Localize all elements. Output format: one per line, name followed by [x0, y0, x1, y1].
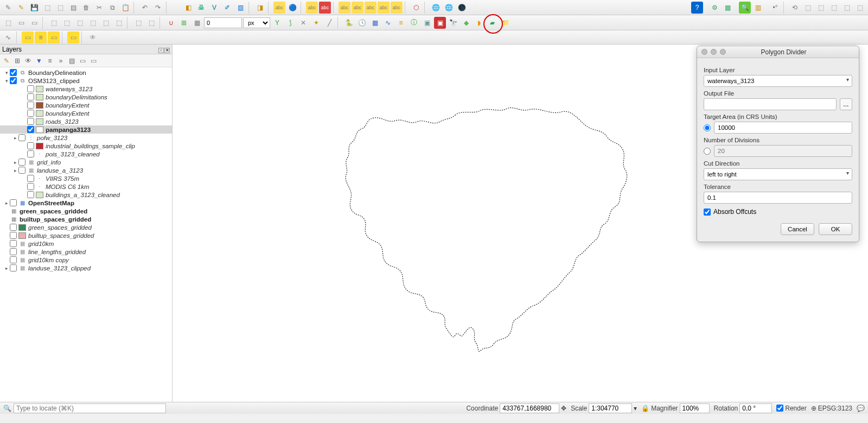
layer-checkbox[interactable] — [27, 175, 34, 182]
render-checkbox[interactable] — [776, 405, 783, 412]
expand-icon[interactable]: ▸ — [12, 160, 18, 165]
layer-checkbox[interactable] — [10, 224, 17, 231]
binoculars-icon[interactable]: 🔭 — [447, 17, 459, 29]
traffic-lights[interactable] — [697, 49, 730, 55]
layer-checkbox[interactable] — [27, 126, 34, 133]
coord-input[interactable] — [500, 403, 559, 413]
absorb-checkbox[interactable] — [704, 209, 711, 216]
striped-icon[interactable]: ≡ — [395, 17, 407, 29]
dialog-titlebar[interactable]: Polygon Divider — [697, 46, 859, 58]
node-icon[interactable]: •° — [769, 2, 781, 14]
layer-checkbox[interactable] — [10, 264, 17, 272]
layer-row[interactable]: ·VIIRS 375m — [0, 174, 172, 182]
rot-input[interactable] — [739, 403, 772, 413]
collapse-icon[interactable]: ▤ — [67, 56, 76, 65]
vector-icon[interactable]: V — [208, 2, 220, 14]
cut-direction-select[interactable]: left to right — [704, 168, 852, 180]
add-group-icon[interactable]: ⊞ — [13, 56, 22, 65]
expand-icon[interactable]: » — [56, 56, 65, 65]
expand-icon[interactable]: ▾ — [3, 70, 10, 75]
layer-checkbox[interactable] — [27, 110, 34, 117]
extent-icon[interactable]: ▣ — [421, 17, 433, 29]
label7-icon[interactable]: abc — [378, 2, 390, 14]
cloud-icon[interactable]: ∿ — [382, 17, 394, 29]
t2j-icon[interactable]: ⬚ — [132, 17, 144, 29]
red-box-icon[interactable]: ▣ — [434, 17, 446, 29]
layer-checkbox[interactable] — [10, 256, 17, 263]
mag-input[interactable] — [680, 403, 710, 413]
chart-icon[interactable]: ▥ — [234, 2, 246, 14]
tool-b-icon[interactable]: ⬚ — [815, 2, 827, 14]
layers-tree[interactable]: ▾⧉BoundaryDelineation▾⧉OSM3123_clippedwa… — [0, 67, 172, 402]
t2k-icon[interactable]: ⬚ — [145, 17, 157, 29]
grid-icon[interactable]: ▦ — [191, 17, 203, 29]
delete-icon[interactable]: 🗑 — [80, 2, 92, 14]
crs-icon[interactable]: ⊕ — [811, 405, 816, 412]
help-icon[interactable]: ? — [691, 2, 703, 14]
undo-icon[interactable]: ↶ — [139, 2, 151, 14]
trace-icon[interactable]: ⟆ — [284, 17, 296, 29]
edit-icon[interactable]: ✎ — [15, 2, 27, 14]
table-icon[interactable]: ▦ — [369, 17, 381, 29]
layer-row[interactable]: boundaryExtent — [0, 101, 172, 109]
label2-icon[interactable]: abc — [306, 2, 318, 14]
globe2-icon[interactable]: 🌐 — [443, 2, 455, 14]
deselect-icon[interactable]: ▭ — [48, 31, 60, 43]
layer-checkbox[interactable] — [27, 102, 34, 109]
avoid-icon[interactable]: ✕ — [297, 17, 309, 29]
line-icon[interactable]: ╱ — [323, 17, 335, 29]
layer-checkbox[interactable] — [27, 142, 34, 149]
history-icon[interactable]: 🕓 — [356, 17, 368, 29]
layer-checkbox[interactable] — [18, 167, 25, 174]
layer-row[interactable]: waterways_3123 — [0, 85, 172, 93]
browse-button[interactable]: ... — [840, 98, 852, 110]
t2h-icon[interactable]: ⬚ — [100, 17, 112, 29]
osm-icon[interactable]: ▥ — [752, 2, 764, 14]
layer-action-icon[interactable]: ▭ — [89, 56, 98, 65]
messages-icon[interactable]: 💬 — [857, 405, 865, 412]
expand-icon[interactable]: ▸ — [3, 266, 10, 271]
box-icon[interactable]: ◧ — [182, 2, 194, 14]
tolerance-input[interactable] — [704, 192, 852, 204]
map-canvas[interactable]: Polygon Divider Input Layer waterways_31… — [173, 45, 868, 402]
layer-checkbox[interactable] — [10, 232, 17, 239]
label3-icon[interactable]: abc — [319, 2, 331, 14]
globe-dark-icon[interactable]: 🌑 — [456, 2, 468, 14]
layer-checkbox[interactable] — [10, 69, 17, 76]
output-file-input[interactable] — [704, 98, 837, 110]
t2f-icon[interactable]: ⬚ — [74, 17, 86, 29]
layer-checkbox[interactable] — [10, 77, 17, 84]
reshape-icon[interactable]: ⟲ — [789, 2, 801, 14]
layer-row[interactable]: roads_3123 — [0, 117, 172, 125]
search-green-icon[interactable]: 🔍 — [739, 2, 751, 14]
print-icon[interactable]: 🖶 — [195, 2, 207, 14]
magnet-icon[interactable]: ∪ — [165, 17, 177, 29]
layer-row[interactable]: boundaryExtent — [0, 109, 172, 117]
layer-icon[interactable]: ◨ — [254, 2, 266, 14]
globe-icon[interactable]: 🌐 — [430, 2, 442, 14]
snap-unit-select[interactable]: px — [243, 17, 270, 28]
layer-row[interactable]: ▾⧉BoundaryDelineation — [0, 68, 172, 77]
layer-checkbox[interactable] — [27, 85, 34, 92]
legend-icon[interactable]: ≡ — [46, 56, 54, 65]
layer-checkbox[interactable] — [27, 118, 34, 125]
label-icon[interactable]: abc — [273, 2, 285, 14]
layer-row[interactable]: ▸▦grid_info — [0, 158, 172, 166]
layer-checkbox[interactable] — [18, 134, 25, 141]
divisions-radio[interactable] — [704, 148, 711, 155]
curve-icon[interactable]: ∿ — [2, 31, 14, 43]
polygon-divider-icon[interactable]: ▰ — [486, 17, 498, 29]
t2i-icon[interactable]: ⬚ — [113, 17, 125, 29]
diagram-icon[interactable]: 🔵 — [286, 2, 298, 14]
copy-icon[interactable]: ⧉ — [106, 2, 118, 14]
t2g-icon[interactable]: ⬚ — [87, 17, 99, 29]
layer-checkbox[interactable] — [27, 93, 34, 100]
layer-row[interactable]: builtup_spaces_gridded — [0, 231, 172, 239]
layer-checkbox[interactable] — [10, 240, 17, 247]
tool-e-icon[interactable]: ⬚ — [854, 2, 866, 14]
t2a-icon[interactable]: ⬚ — [2, 17, 14, 29]
layer-row[interactable]: industrial_buildings_sample_clip — [0, 142, 172, 150]
layer-row[interactable]: pampanga3123 — [0, 125, 172, 134]
style-icon[interactable]: ✎ — [2, 56, 11, 65]
layer-row[interactable]: green_spaces_gridded — [0, 223, 172, 231]
